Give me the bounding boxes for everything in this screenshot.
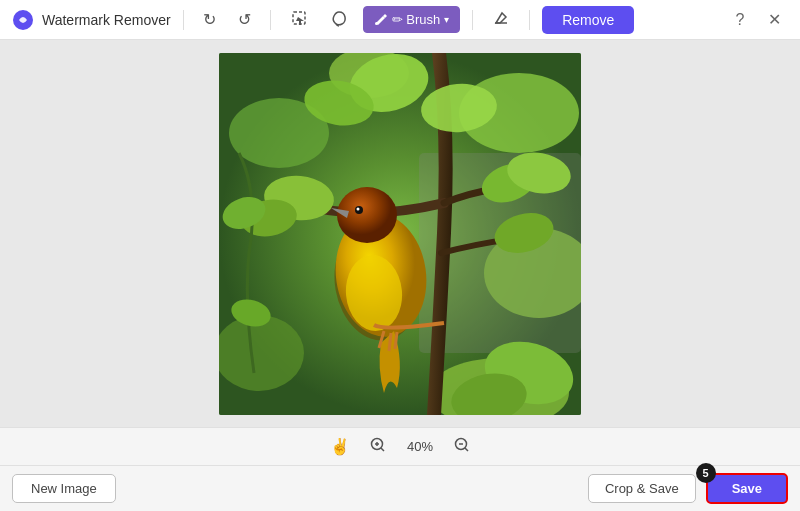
image-container	[219, 53, 581, 415]
selection-icon	[290, 9, 308, 31]
zoom-in-icon	[370, 439, 386, 456]
crop-save-button[interactable]: Crop & Save	[588, 474, 696, 503]
close-button[interactable]: ✕	[760, 6, 788, 34]
save-badge: 5	[696, 463, 716, 483]
footer-right: Crop & Save 5 Save	[588, 473, 788, 504]
title-bar-left: Watermark Remover ↻ ↺	[12, 4, 634, 36]
eraser-icon	[492, 9, 510, 31]
svg-line-33	[381, 448, 384, 451]
selection-tool-button[interactable]	[283, 4, 315, 36]
brush-icon	[374, 11, 388, 28]
lasso-tool-button[interactable]	[323, 4, 355, 36]
footer: New Image Crop & Save 5 Save	[0, 465, 800, 511]
zoom-in-button[interactable]	[366, 433, 390, 461]
undo-icon: ↻	[203, 10, 216, 29]
divider-4	[529, 10, 530, 30]
app-logo	[12, 9, 34, 31]
hand-tool-button[interactable]: ✌	[326, 433, 354, 460]
brush-label: ✏ Brush	[392, 12, 441, 27]
lasso-icon	[330, 9, 348, 31]
canvas-area[interactable]	[0, 40, 800, 427]
brush-arrow-icon: ▾	[444, 14, 449, 25]
app-title: Watermark Remover	[42, 12, 171, 28]
save-button[interactable]: Save	[706, 473, 788, 504]
title-bar-right: ? ✕	[726, 6, 788, 34]
zoom-out-icon	[454, 439, 470, 456]
brush-tool-button[interactable]: ✏ Brush ▾	[363, 6, 461, 33]
remove-button[interactable]: Remove	[542, 6, 634, 34]
divider-3	[472, 10, 473, 30]
save-button-wrapper: 5 Save	[706, 473, 788, 504]
divider-2	[270, 10, 271, 30]
divider-1	[183, 10, 184, 30]
help-button[interactable]: ?	[726, 6, 754, 34]
zoom-out-button[interactable]	[450, 433, 474, 461]
help-icon: ?	[736, 11, 745, 29]
new-image-button[interactable]: New Image	[12, 474, 116, 503]
svg-point-24	[357, 207, 360, 210]
title-bar: Watermark Remover ↻ ↺	[0, 0, 800, 40]
zoom-level: 40%	[402, 439, 438, 454]
hand-icon: ✌	[330, 438, 350, 455]
undo-button[interactable]: ↻	[196, 5, 223, 34]
close-icon: ✕	[768, 10, 781, 29]
eraser-tool-button[interactable]	[485, 4, 517, 36]
zoom-toolbar: ✌ 40%	[0, 427, 800, 465]
redo-button[interactable]: ↺	[231, 5, 258, 34]
redo-icon: ↺	[238, 10, 251, 29]
svg-point-2	[375, 22, 378, 25]
svg-line-36	[465, 448, 468, 451]
main-image	[219, 53, 581, 415]
